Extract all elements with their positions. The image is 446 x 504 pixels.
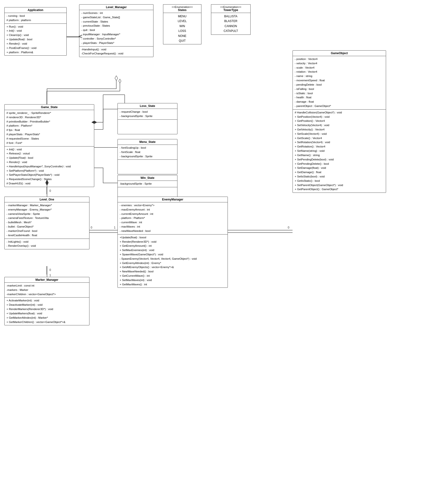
application-attributes: - running : bool # platform : platform [4,13,66,24]
marker-manager-class: Marker_Manager -markerLimit : const int … [4,277,89,325]
states-enum: <<Enumeration>> States MENU LEVEL WIN LO… [163,4,201,44]
towertype-enum-title: <<Enumeration>> TowerType [211,4,250,13]
svg-text:0: 0 [49,189,51,193]
svg-text:0: 0 [49,268,51,272]
gameobject-attributes: - position : Vector4 - velocity : Vector… [293,56,386,109]
win-state-attributes: -backgroundSprite : Sprite [118,181,177,187]
menu-state-methods [118,160,177,174]
level-manager-attributes: - numScenes : int - gameStateList : Game… [79,10,153,47]
svg-marker-21 [115,76,118,81]
enemy-manager-class: EnemyManager - enemies : vector<Enemy*> … [118,197,228,288]
marker-manager-methods: + ActivateMarker(int) : void + Deactivat… [4,298,89,325]
loss-state-methods [118,120,177,134]
level-one-title: Level_One [4,197,89,202]
towertype-enum: <<Enumeration>> TowerType BALLISTA BLAST… [211,4,250,35]
enemy-manager-attributes: - enemies : vector<Enemy*> - maxEnemyAmo… [118,202,228,234]
svg-text:1: 1 [114,226,116,229]
states-enum-values: MENU LEVEL WIN LOSS NONE QUIT [163,13,201,44]
svg-text:0: 0 [91,226,92,229]
loss-state-class: Loss_State - requestChange : bool - back… [118,103,178,134]
level-manager-class: Level_Manager - numScenes : int - gameSt… [79,4,153,57]
menu-state-class: Menu_State - fontScalingUp : bool - font… [118,139,178,174]
gameobject-methods: # HandleCollision(GameObject*) : void + … [293,109,386,193]
menu-state-title: Menu_State [118,139,177,145]
game-state-title: Game_State [4,105,94,110]
game-state-methods: + Init() : void + Release() : voiud + Up… [4,146,94,187]
svg-marker-6 [119,79,121,83]
states-enum-title: <<Enumeration>> States [163,4,201,13]
application-class: Application - running : bool # platform … [4,7,67,56]
loss-state-attributes: - requestChange : bool - backgroundSprit… [118,109,177,120]
win-state-title: Win_State [118,175,177,181]
gameobject-class: GameObject - position : Vector4 - veloci… [293,50,386,193]
loss-state-title: Loss_State [118,103,177,109]
menu-state-attributes: - fontScalingUp : bool - fontScale : flo… [118,145,177,160]
svg-text:0: 0 [288,226,289,229]
game-state-attributes: # sprite_renderer_ : SpriteRenderer* # r… [4,110,94,146]
game-state-class: Game_State # sprite_renderer_ : SpriteRe… [4,104,94,187]
level-one-attributes: - markerManager : Marker_Manager* - enem… [4,202,89,239]
gameobject-title: GameObject [293,51,386,56]
marker-manager-title: Marker_Manager [4,277,89,283]
svg-text:1: 1 [49,274,51,277]
towertype-enum-values: BALLISTA BLASTER CANNON CATAPULT [211,13,250,35]
level-manager-methods: -HandleInput() : void -CheckForChangeReq… [79,47,153,57]
application-title: Application [4,7,66,13]
level-one-methods: - InitLights() : void - RenderOverlay() … [4,239,89,249]
marker-manager-attributes: -markerLimit : const int -markers : Mark… [4,283,89,298]
enemy-manager-methods: +Update(float) : boool + Render(Renderer… [118,234,228,288]
enemy-manager-title: EnemyManager [118,197,228,202]
application-methods: + Run() : void + Init() : void + CleanUp… [4,24,66,56]
level-manager-title: Level_Manager [79,4,153,10]
level-one-class: Level_One - markerManager : Marker_Manag… [4,197,89,249]
